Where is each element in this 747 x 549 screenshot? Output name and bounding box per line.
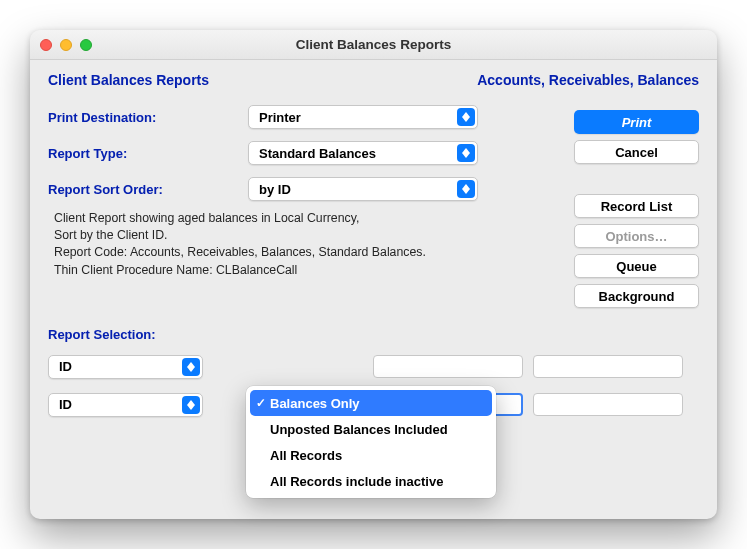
header-right: Accounts, Receivables, Balances [477, 72, 699, 88]
chevron-updown-icon [457, 108, 475, 126]
minimize-icon[interactable] [60, 39, 72, 51]
filter2-field-value: ID [59, 397, 72, 412]
svg-marker-7 [187, 367, 195, 372]
report-type-value: Standard Balances [259, 146, 376, 161]
svg-marker-5 [462, 189, 470, 194]
popup-item-all-records[interactable]: All Records [246, 442, 496, 468]
header-row: Client Balances Reports Accounts, Receiv… [48, 72, 699, 88]
desc-line: Report Code: Accounts, Receivables, Bala… [54, 244, 484, 261]
chevron-updown-icon [457, 144, 475, 162]
close-icon[interactable] [40, 39, 52, 51]
label-sort-order: Report Sort Order: [48, 182, 248, 197]
background-button[interactable]: Background [574, 284, 699, 308]
cancel-button[interactable]: Cancel [574, 140, 699, 164]
traffic-lights [40, 39, 92, 51]
label-report-type: Report Type: [48, 146, 248, 161]
filter1-field-select[interactable]: ID [48, 355, 203, 379]
filter2-field-select[interactable]: ID [48, 393, 203, 417]
popup-item-all-records-inactive[interactable]: All Records include inactive [246, 468, 496, 494]
svg-marker-9 [187, 405, 195, 410]
filter2-to-input[interactable] [533, 393, 683, 416]
print-destination-value: Printer [259, 110, 301, 125]
filter1-field-value: ID [59, 359, 72, 374]
desc-line: Sort by the Client ID. [54, 227, 484, 244]
titlebar: Client Balances Reports [30, 30, 717, 60]
button-column: Print Cancel Record List Options… Queue … [574, 110, 699, 308]
content-area: Client Balances Reports Accounts, Receiv… [30, 60, 717, 446]
report-type-select[interactable]: Standard Balances [248, 141, 478, 165]
report-selection-popup: Balances Only Unposted Balances Included… [246, 386, 496, 498]
options-button: Options… [574, 224, 699, 248]
sort-order-select[interactable]: by ID [248, 177, 478, 201]
desc-line: Thin Client Procedure Name: CLBalanceCal… [54, 262, 484, 279]
svg-marker-1 [462, 117, 470, 122]
chevron-updown-icon [182, 358, 200, 376]
dialog-window: Client Balances Reports Client Balances … [30, 30, 717, 519]
description-block: Client Report showing aged balances in L… [54, 210, 484, 279]
filter1-from-input[interactable] [373, 355, 523, 378]
sort-order-value: by ID [259, 182, 291, 197]
svg-marker-3 [462, 153, 470, 158]
filter1-to-input[interactable] [533, 355, 683, 378]
record-list-button[interactable]: Record List [574, 194, 699, 218]
desc-line: Client Report showing aged balances in L… [54, 210, 484, 227]
window-title: Client Balances Reports [30, 37, 717, 52]
label-print-destination: Print Destination: [48, 110, 248, 125]
chevron-updown-icon [182, 396, 200, 414]
print-button[interactable]: Print [574, 110, 699, 134]
header-left: Client Balances Reports [48, 72, 209, 88]
popup-item-unposted-included[interactable]: Unposted Balances Included [246, 416, 496, 442]
queue-button[interactable]: Queue [574, 254, 699, 278]
chevron-updown-icon [457, 180, 475, 198]
label-report-selection: Report Selection: [48, 327, 699, 342]
print-destination-select[interactable]: Printer [248, 105, 478, 129]
zoom-icon[interactable] [80, 39, 92, 51]
popup-item-balances-only[interactable]: Balances Only [250, 390, 492, 416]
